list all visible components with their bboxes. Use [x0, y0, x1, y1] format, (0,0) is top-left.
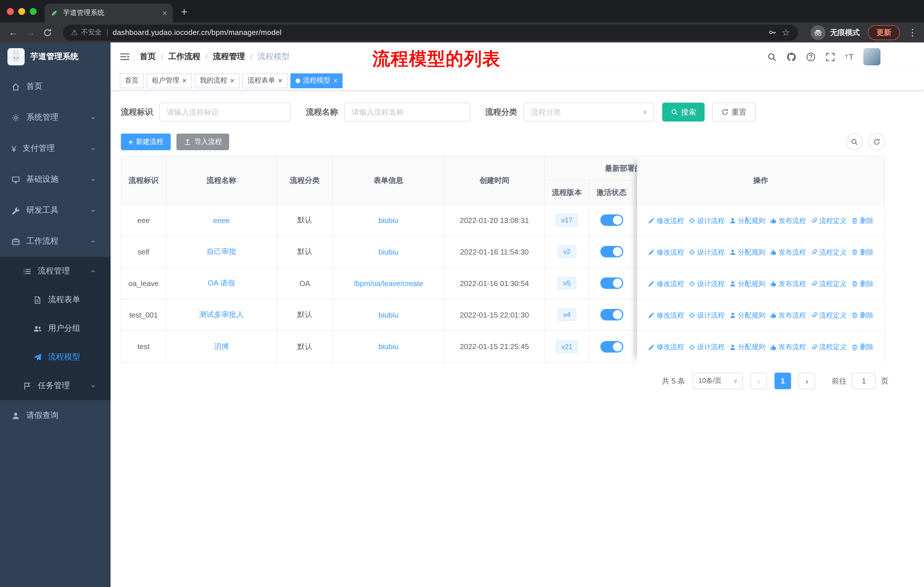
close-icon[interactable]: ×	[182, 77, 186, 84]
reload-button[interactable]	[41, 28, 54, 37]
create-process-button[interactable]: + 新建流程	[121, 134, 171, 150]
breadcrumb-item[interactable]: 工作流程	[168, 51, 201, 62]
process-name-link[interactable]: OA 请假	[208, 278, 235, 288]
current-page-button[interactable]: 1	[774, 373, 791, 389]
action-publish-link[interactable]: 发布流程	[770, 342, 806, 352]
active-toggle[interactable]	[600, 341, 623, 352]
form-info-link[interactable]: biubiu	[378, 311, 398, 319]
sidebar-item-home[interactable]: 首页	[0, 71, 111, 102]
sidebar-item-dev-tools[interactable]: 研发工具	[0, 195, 111, 226]
window-minimize-button[interactable]	[18, 8, 25, 15]
sidebar-item-user-group[interactable]: 用户分组	[0, 314, 111, 343]
action-edit-link[interactable]: 修改流程	[648, 216, 684, 226]
form-info-link[interactable]: biubiu	[378, 342, 398, 351]
action-publish-link[interactable]: 发布流程	[770, 311, 806, 320]
action-definition-link[interactable]: 流程定义	[810, 216, 846, 226]
active-toggle[interactable]	[600, 214, 623, 226]
app-logo[interactable]: 芋道管理系统	[0, 42, 111, 71]
font-size-icon[interactable]: TT	[845, 53, 853, 61]
close-icon[interactable]: ×	[230, 77, 234, 84]
action-publish-link[interactable]: 发布流程	[770, 279, 806, 289]
close-icon[interactable]: ×	[333, 77, 338, 84]
new-tab-button[interactable]: +	[181, 6, 187, 18]
sidebar-item-process-form[interactable]: 流程表单	[0, 286, 111, 314]
forward-button[interactable]: →	[24, 27, 37, 38]
active-toggle[interactable]	[600, 309, 623, 321]
browser-menu-icon[interactable]: ⋮	[908, 27, 917, 38]
toggle-search-button[interactable]	[846, 134, 863, 150]
sidebar-item-infrastructure[interactable]: 基础设施	[0, 164, 111, 195]
window-zoom-button[interactable]	[30, 8, 37, 15]
process-name-link[interactable]: 测试多审批人	[199, 309, 244, 320]
action-publish-link[interactable]: 发布流程	[770, 247, 806, 257]
action-definition-link[interactable]: 流程定义	[810, 279, 846, 289]
action-design-link[interactable]: 设计流程	[688, 311, 724, 320]
sidebar-item-process-management[interactable]: 流程管理	[0, 257, 111, 286]
key-icon[interactable]	[768, 28, 777, 37]
tab-close-icon[interactable]: ×	[162, 8, 167, 18]
action-design-link[interactable]: 设计流程	[688, 247, 724, 257]
tag-view-item[interactable]: 流程模型×	[290, 73, 343, 88]
active-toggle[interactable]	[600, 246, 623, 257]
sidebar-item-system-management[interactable]: 系统管理	[0, 102, 111, 133]
url-bar[interactable]: ⚠ 不安全 dashboard.yudao.iocoder.cn/bpm/man…	[63, 24, 798, 40]
action-edit-link[interactable]: 修改流程	[648, 342, 684, 352]
action-delete-link[interactable]: 删除	[851, 342, 874, 352]
goto-page-input[interactable]	[852, 373, 876, 389]
import-process-button[interactable]: 导入流程	[177, 134, 229, 150]
action-assign-link[interactable]: 分配规则	[729, 311, 765, 320]
action-assign-link[interactable]: 分配规则	[729, 216, 765, 226]
action-delete-link[interactable]: 删除	[851, 216, 874, 226]
form-info-link[interactable]: biubiu	[378, 247, 398, 256]
action-assign-link[interactable]: 分配规则	[729, 279, 765, 289]
action-edit-link[interactable]: 修改流程	[648, 279, 684, 289]
action-delete-link[interactable]: 删除	[851, 247, 874, 257]
user-avatar[interactable]	[863, 48, 881, 65]
page-size-select[interactable]: 10条/页 ▾	[693, 373, 743, 389]
prev-page-button[interactable]: ‹	[751, 373, 767, 389]
action-assign-link[interactable]: 分配规则	[729, 342, 765, 352]
github-icon[interactable]	[787, 52, 796, 62]
fullscreen-icon[interactable]	[825, 52, 835, 62]
action-edit-link[interactable]: 修改流程	[648, 247, 684, 257]
action-assign-link[interactable]: 分配规则	[729, 247, 765, 257]
sidebar-item-task-management[interactable]: 任务管理	[0, 372, 111, 400]
action-delete-link[interactable]: 删除	[851, 311, 874, 320]
active-toggle[interactable]	[600, 278, 623, 289]
action-edit-link[interactable]: 修改流程	[648, 311, 684, 320]
action-definition-link[interactable]: 流程定义	[810, 311, 846, 320]
tag-view-item[interactable]: 流程表单×	[242, 73, 287, 88]
update-button[interactable]: 更新	[868, 25, 900, 40]
action-design-link[interactable]: 设计流程	[688, 216, 724, 226]
process-name-link[interactable]: 滔博	[214, 341, 229, 352]
sidebar-item-process-model[interactable]: 流程模型	[0, 343, 111, 372]
sidebar-collapse-button[interactable]	[119, 51, 130, 63]
close-icon[interactable]: ×	[278, 77, 282, 84]
process-name-input[interactable]	[344, 103, 470, 122]
security-indicator[interactable]: ⚠ 不安全	[71, 28, 102, 37]
help-icon[interactable]	[806, 52, 816, 62]
breadcrumb-item[interactable]: 首页	[140, 51, 156, 62]
process-id-input[interactable]	[159, 103, 291, 122]
action-design-link[interactable]: 设计流程	[688, 279, 724, 289]
browser-tab[interactable]: 芋道管理系统 ×	[45, 3, 173, 22]
back-button[interactable]: ←	[7, 27, 20, 38]
process-name-link[interactable]: 自己审批	[206, 246, 236, 257]
reset-button[interactable]: 重置	[712, 103, 756, 122]
action-delete-link[interactable]: 删除	[851, 279, 874, 289]
action-publish-link[interactable]: 发布流程	[770, 216, 806, 226]
refresh-table-button[interactable]	[868, 134, 885, 150]
window-close-button[interactable]	[7, 8, 14, 15]
next-page-button[interactable]: ›	[799, 373, 815, 389]
breadcrumb-item[interactable]: 流程管理	[213, 51, 245, 62]
sidebar-item-leave-query[interactable]: 请假查询	[0, 400, 111, 431]
action-design-link[interactable]: 设计流程	[688, 342, 724, 352]
action-definition-link[interactable]: 流程定义	[810, 342, 846, 352]
search-button[interactable]: 搜索	[662, 103, 705, 122]
process-category-select[interactable]: 流程分类 ▾	[523, 103, 654, 122]
action-definition-link[interactable]: 流程定义	[810, 247, 846, 257]
header-search-icon[interactable]	[767, 52, 777, 62]
sidebar-item-workflow[interactable]: 工作流程	[0, 226, 111, 257]
form-info-link[interactable]: /bpm/oa/leave/create	[354, 279, 423, 288]
process-name-link[interactable]: eeee	[213, 216, 230, 225]
